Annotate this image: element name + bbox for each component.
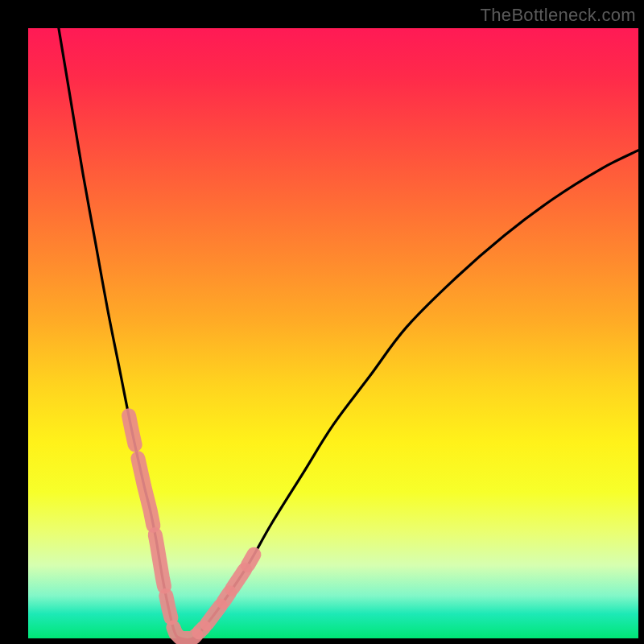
curve-marker	[248, 555, 254, 565]
chart-frame: TheBottleneck.com	[0, 0, 644, 644]
curve-marker	[138, 458, 153, 525]
curve-marker	[129, 415, 135, 444]
bottleneck-curve-path	[59, 28, 638, 640]
curve-marker	[232, 570, 245, 589]
curve-marker	[166, 596, 171, 617]
curve-marker	[207, 606, 221, 624]
curve-svg	[28, 28, 638, 638]
plot-area	[28, 28, 638, 638]
main-curve	[59, 28, 638, 640]
watermark-text: TheBottleneck.com	[481, 5, 636, 26]
marker-layer	[129, 415, 254, 638]
curve-marker	[155, 535, 164, 586]
